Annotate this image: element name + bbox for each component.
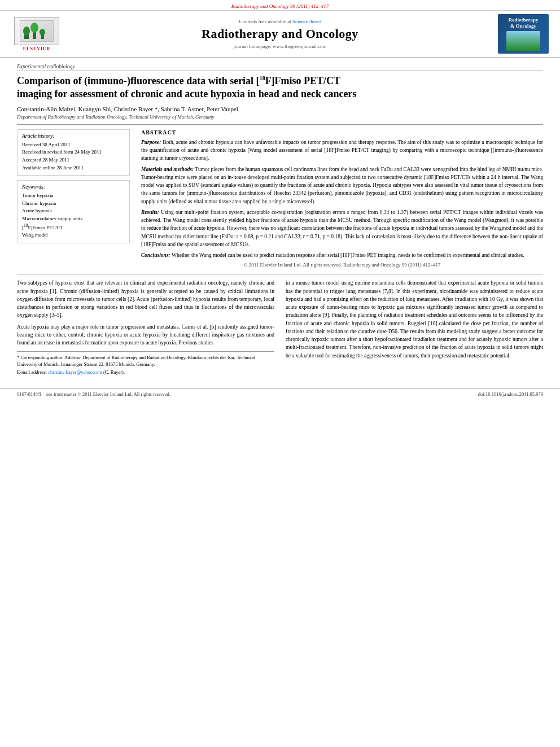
cover-image-graphic [506,31,540,51]
journal-banner: ELSEVIER Contents lists available at Sci… [0,10,560,58]
keyword-1: Tumor hypoxia [22,192,125,199]
authors: Constantin-Alin Maftei, Kuangyu Shi, Chr… [17,106,543,112]
abstract-materials: Materials and methods: Tumor pieces from… [141,165,543,206]
accepted-date: Accepted 28 May 2011 [22,156,125,164]
copyright-line: © 2011 Elsevier Ireland Ltd. All rights … [141,262,543,268]
revised-date: Received in revised form 24 May 2011 [22,148,125,156]
divider [17,124,543,125]
materials-text: Tumor pieces from the human squamous cel… [141,167,543,204]
body-para-2: Acute hypoxia may play a major role in t… [17,323,274,347]
purpose-text: Both, acute and chronic hypoxia can have… [141,139,543,161]
keyword-5: [18F]Fmiso PET/CT [22,223,125,231]
article-info-abstract: Article history: Received 30 April 2011 … [17,129,543,271]
materials-label: Materials and methods: [141,167,194,172]
article-history-title: Article history: [22,133,125,139]
received-date: Received 30 April 2011 [22,141,125,148]
elsevier-logo [14,17,59,45]
body-col-left: Two subtypes of hypoxia exist that are r… [17,279,274,377]
left-column: Article history: Received 30 April 2011 … [17,129,130,271]
bottom-bar: 0167-8140/$ – see front matter © 2011 El… [0,388,560,399]
svg-point-5 [40,29,45,36]
conclusions-text: Whether the Wang model can be used to pr… [172,252,524,258]
email-link[interactable]: christine.bayer@yahoo.com [48,369,102,375]
footnote-area: * Corresponding author. Address: Departm… [17,351,274,376]
journal-citation: Radiotherapy and Oncology 99 (2011) 412–… [0,2,560,10]
keyword-2: Chronic hypoxia [22,200,125,207]
abstract-conclusions: Conclusions: Whether the Wang model can … [141,251,543,259]
body-text-area: Two subtypes of hypoxia exist that are r… [17,279,543,377]
footnote-1: * Corresponding author. Address: Departm… [17,355,274,368]
affiliation: Department of Radiotherapy and Radiation… [17,114,543,120]
online-date: Available online 28 June 2011 [22,164,125,172]
body-para-3: in a mouse tumor model using murine mela… [286,279,543,360]
article-title: Comparison of (immuno-)fluorescence data… [17,75,543,101]
keyword-3: Acute hypoxia [22,207,125,215]
body-para-1: Two subtypes of hypoxia exist that are r… [17,279,274,319]
svg-point-3 [30,23,38,33]
keywords-box: Keywords: Tumor hypoxia Chronic hypoxia … [17,180,130,243]
svg-point-1 [23,27,30,36]
body-col-right: in a mouse tumor model using murine mela… [286,279,543,377]
keyword-4: Microcirculatory supply units [22,215,125,222]
abstract-purpose: Purpose: Both, acute and chronic hypoxia… [141,138,543,163]
copyright-bottom: 0167-8140/$ – see front matter © 2011 El… [17,391,170,397]
journal-homepage: journal homepage: www.thegreenjournal.co… [68,43,492,49]
purpose-label: Purpose: [141,139,161,145]
publisher-logo-area: ELSEVIER [11,17,62,51]
article-history-box: Article history: Received 30 April 2011 … [17,129,130,176]
main-content: Experimental radiobiology Comparison of … [0,58,560,383]
conclusions-label: Conclusions: [141,252,170,258]
body-divider [17,274,543,274]
journal-title-area: Contents lists available at ScienceDirec… [62,19,498,49]
journal-header: Radiotherapy and Oncology 99 (2011) 412–… [0,0,560,58]
keywords-title: Keywords: [22,184,125,190]
footnote-email: E-mail address: christine.bayer@yahoo.co… [17,369,274,376]
results-text: Using our multi-point fixation system, a… [141,209,543,247]
sciencedirect-info: Contents lists available at ScienceDirec… [68,19,492,24]
sciencedirect-link[interactable]: ScienceDirect [292,19,321,24]
page: Radiotherapy and Oncology 99 (2011) 412–… [0,0,560,747]
journal-cover-image: Radiotherapy& Oncology [498,14,549,54]
section-label: Experimental radiobiology [17,64,543,71]
elsevier-label: ELSEVIER [23,46,50,51]
abstract-results: Results: Using our multi-point fixation … [141,208,543,248]
doi-bottom: doi:10.1016/j.radonc.2011.05.079 [478,391,543,397]
abstract-column: ABSTRACT Purpose: Both, acute and chroni… [141,129,543,271]
abstract-title: ABSTRACT [141,129,543,136]
results-label: Results: [141,209,159,215]
journal-title: Radiotherapy and Oncology [68,27,492,41]
elsevier-tree-icon [21,21,53,41]
keyword-6: Wang model [22,231,125,239]
